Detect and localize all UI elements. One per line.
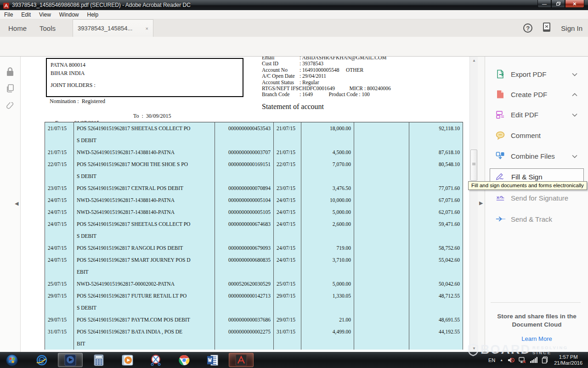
table-row: 24/07/15POS 5264190151962817 SHEETALS CO… — [45, 218, 463, 242]
vertical-scrollbar[interactable]: ▲ ▼ — [469, 57, 478, 352]
chevron-down-icon — [572, 70, 577, 78]
send-signature-icon — [495, 193, 505, 203]
sidebar-item-create-pdf[interactable]: Create PDF — [490, 86, 584, 103]
tab-document-label: 39378543_145854... — [78, 25, 143, 32]
sidebar-item-label: Fill & Sign — [511, 173, 583, 181]
statement-title: Statement of account — [262, 103, 324, 111]
clock-time: 1:57 PM — [554, 354, 582, 360]
sidebar-divider — [491, 302, 581, 303]
network-disconnected-icon[interactable] — [519, 357, 526, 363]
create-pdf-icon — [495, 89, 505, 99]
account-info-line: Account No: 16491000005548 OTHER — [262, 67, 391, 73]
help-icon[interactable]: ? — [523, 23, 532, 33]
transactions-tbody: 21/07/15POS 5264190151962817 SHEETALS CO… — [45, 122, 463, 350]
security-lock-icon[interactable] — [6, 67, 15, 79]
tab-home[interactable]: Home — [2, 19, 33, 37]
mobile-device-icon[interactable] — [543, 22, 551, 34]
adobe-reader-app-icon — [3, 2, 9, 8]
taskbar-clock[interactable]: 1:57 PM 21/Mar/2016 — [554, 354, 582, 366]
account-info-line: RTGS/NEFT IFSC: HDFC0001649 MICR : 80024… — [262, 86, 391, 92]
tab-strip: Home Tools 39378543_145854... × ? Sign I… — [0, 19, 588, 37]
comment-icon — [495, 130, 505, 140]
sidebar-item-combine-files[interactable]: Combine Files — [490, 148, 584, 164]
page-thumbnails-icon[interactable] — [6, 83, 15, 95]
scroll-down-arrow[interactable]: ▼ — [470, 345, 478, 352]
sidebar-item-label: Create PDF — [511, 91, 572, 98]
tab-close-icon[interactable]: × — [146, 26, 148, 31]
promo-line2: Document Cloud — [485, 321, 588, 329]
period-to: To : 30/09/2015 — [133, 113, 171, 120]
table-row: 29/07/15POS 5264190151962817 PAYTM.COM P… — [45, 314, 463, 326]
table-row: 25/07/15NWD-5264190151962817-00002002-PA… — [45, 278, 463, 290]
menu-window[interactable]: Window — [55, 11, 83, 19]
chrome-icon[interactable] — [172, 353, 197, 367]
table-row: 24/07/15POS 5264190151962817 RANGOLI POS… — [45, 242, 463, 254]
learn-more-link[interactable]: Learn More — [521, 335, 552, 342]
signal-strength-icon[interactable] — [530, 357, 537, 363]
language-indicator[interactable]: EN — [488, 357, 495, 363]
close-button[interactable]: ✕ — [565, 0, 584, 8]
sidebar-item-export-pdf[interactable]: Export PDF — [490, 66, 584, 82]
right-pane-strip: ▶ — [478, 57, 485, 352]
volume-muted-icon[interactable] — [508, 357, 514, 363]
nomination-line: Nomination : Registered — [50, 98, 105, 105]
action-center-icon[interactable] — [542, 356, 548, 363]
address-city-line: PATNA 800014 — [51, 62, 85, 69]
table-row: 21/07/15POS 5264190151962817 SHEETALS CO… — [45, 122, 463, 147]
menu-file[interactable]: File — [0, 11, 17, 19]
account-info-line: A/C Open Date: 29/04/2011 — [262, 73, 391, 79]
minimize-button[interactable]: — — [537, 0, 551, 8]
table-row: 24/07/15POS 5264190151962817 SMART JOURN… — [45, 254, 463, 278]
joint-holders-line: JOINT HOLDERS : — [51, 82, 96, 89]
attachments-paperclip-icon[interactable] — [6, 101, 15, 113]
sidebar-item-edit-pdf[interactable]: Edit PDF — [490, 106, 584, 123]
combine-files-icon — [495, 151, 505, 161]
calculator-icon[interactable] — [86, 353, 111, 367]
sidebar-item-send-for-signature[interactable]: Send for Signature — [490, 190, 584, 206]
address-state-line: BIHAR INDIA — [51, 70, 85, 77]
menu-bar: File Edit View Window Help — [0, 10, 588, 19]
menu-edit[interactable]: Edit — [17, 11, 35, 19]
collapse-left-pane-arrow[interactable]: ◀ — [15, 201, 18, 207]
restore-icon — [556, 2, 560, 6]
internet-explorer-icon[interactable] — [29, 353, 54, 367]
scrollbar-thumb[interactable] — [470, 150, 477, 181]
window-titlebar: 39378543_1458546986086.pdf (SECURED) - A… — [0, 0, 588, 10]
snipping-tool-icon[interactable] — [143, 353, 168, 367]
show-hidden-icons-arrow[interactable]: ▲ — [500, 358, 503, 362]
tab-document[interactable]: 39378543_145854... × — [73, 19, 153, 37]
restore-button[interactable] — [551, 0, 565, 8]
account-info-line: Cust ID: 39378543 — [262, 61, 391, 67]
fill-sign-tooltip: Fill and sign documents and forms electr… — [468, 181, 587, 190]
tab-tools[interactable]: Tools — [33, 19, 62, 37]
table-row: 23/07/15POS 5264190151962817 CENTRAL POS… — [45, 182, 463, 194]
expand-right-pane-arrow[interactable]: ▶ — [479, 200, 483, 206]
chevron-up-icon — [572, 90, 577, 98]
promo-line1: Store and share files in the — [485, 312, 588, 321]
clock-date: 21/Mar/2016 — [554, 360, 582, 366]
menu-help[interactable]: Help — [83, 11, 103, 19]
send-track-icon — [495, 214, 505, 224]
transactions-table: 21/07/15POS 5264190151962817 SHEETALS CO… — [45, 122, 463, 350]
pdf-page: PATNA 800014 BIHAR INDIA JOINT HOLDERS :… — [21, 57, 469, 352]
window-title: 39378543_1458546986086.pdf (SECURED) - A… — [12, 2, 191, 8]
word-icon[interactable] — [200, 353, 225, 367]
sign-in-button[interactable]: Sign In — [561, 24, 582, 32]
media-app-icon[interactable] — [58, 353, 83, 367]
table-row: 22/07/15POS 5264190151962817 MOCHI THE S… — [45, 158, 463, 182]
sidebar-item-label: Combine Files — [511, 152, 572, 160]
left-tools-rail: ◀ — [0, 57, 21, 352]
scroll-up-arrow[interactable]: ▲ — [470, 57, 478, 64]
account-info-line: Branch Code: 1649 Product Code : 100 — [262, 92, 391, 98]
sidebar-item-label: Send & Track — [511, 215, 584, 223]
sidebar-item-label: Comment — [511, 132, 584, 139]
export-pdf-icon — [495, 69, 505, 79]
sidebar-item-send-track[interactable]: Send & Track — [490, 211, 584, 227]
windows-media-player-icon[interactable] — [115, 353, 140, 367]
menu-view[interactable]: View — [35, 11, 55, 19]
adobe-reader-icon[interactable] — [229, 353, 254, 367]
system-tray: EN ▲ 1:57 PM 21/Mar/2016 — [488, 352, 588, 368]
start-button[interactable] — [2, 353, 22, 367]
sidebar-item-comment[interactable]: Comment — [490, 127, 584, 144]
account-info-line: Email: ABIDASHRAFKHAN@GMAIL.COM — [262, 57, 391, 61]
